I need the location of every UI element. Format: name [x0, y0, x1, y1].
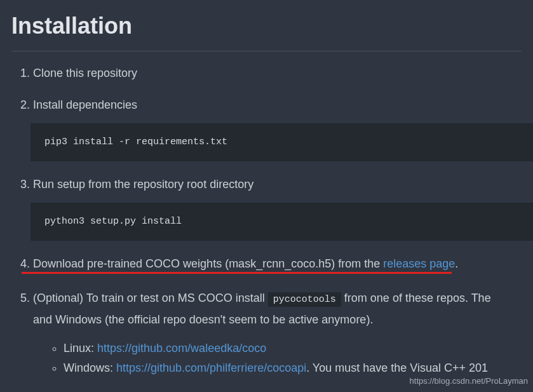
sub-label: Linux: [64, 342, 97, 355]
step-install-deps: Install dependencies pip3 install -r req… [33, 96, 522, 161]
step-text-c: and Windows (the official repo doesn't s… [33, 313, 373, 326]
page-title: Installation [11, 0, 522, 51]
step-download-weights: Download pre-trained COCO weights (mask_… [33, 255, 522, 273]
releases-page-link[interactable]: releases page [383, 257, 455, 270]
sub-tail: . You must have the Visual C++ 201 [306, 362, 488, 374]
step-suffix: . [455, 257, 458, 270]
list-item: Linux: https://github.com/waleedka/coco [64, 339, 522, 358]
windows-repo-link[interactable]: https://github.com/philferriere/cocoapi [116, 362, 306, 374]
step-text-a: (Optional) To train or test on MS COCO i… [33, 292, 268, 304]
step-optional-pycocotools: (Optional) To train or test on MS COCO i… [33, 287, 522, 377]
repo-sublist: Linux: https://github.com/waleedka/coco … [33, 339, 522, 377]
inline-code-pycocotools: pycocotools [268, 292, 341, 307]
step-text-b: from one of these repos. The [341, 292, 491, 304]
step-run-setup: Run setup from the repository root direc… [33, 175, 522, 241]
step-text: Download pre-trained COCO weights (mask_… [33, 257, 383, 270]
code-block-pip: pip3 install -r requirements.txt [30, 123, 533, 161]
step-text: Run setup from the repository root direc… [33, 178, 253, 191]
code-block-setup: python3 setup.py install [30, 203, 533, 241]
step-clone: Clone this repository [33, 64, 522, 83]
install-steps-list: Clone this repository Install dependenci… [11, 64, 522, 377]
watermark: https://blog.csdn.net/ProLayman [410, 375, 528, 388]
sub-label: Windows: [64, 362, 116, 374]
linux-repo-link[interactable]: https://github.com/waleedka/coco [97, 342, 266, 355]
step-text: Install dependencies [33, 98, 137, 111]
step-underlined: Download pre-trained COCO weights (mask_… [33, 257, 458, 270]
step-text: Clone this repository [33, 67, 137, 79]
